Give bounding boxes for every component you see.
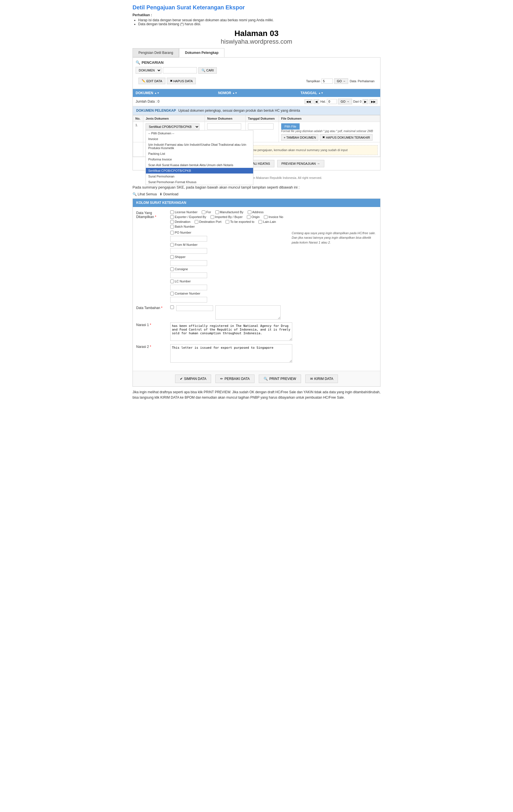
data-ditampilkan-label: Data Yang Ditampilkan *	[136, 210, 170, 219]
hal-input[interactable]	[327, 99, 337, 104]
print-preview-button[interactable]: 🔍 PRINT PREVIEW	[259, 375, 301, 383]
sort-arrows-dokumen: ▲▼	[154, 92, 159, 94]
main-box: 🔍 PENCARIAN DOKUMEN 🔍 CARI ✏️ EDIT DATA …	[133, 57, 380, 170]
cb-address[interactable]: Address	[248, 210, 264, 214]
tanggal-dokumen-input[interactable]	[248, 123, 273, 129]
pencil2-icon: ✏	[220, 377, 223, 381]
kolom-body: Data Yang Ditampilkan * License Number F…	[133, 207, 380, 370]
lc-number-input[interactable]	[170, 285, 207, 290]
narasi2-label: Narasi 2 *	[136, 344, 170, 349]
req-star: *	[155, 215, 156, 219]
cb-lc-number[interactable]: LC Number	[170, 280, 280, 283]
pag-prev[interactable]: ◀	[314, 99, 319, 104]
tab-pengisian-detil-barang[interactable]: Pengisian Detil Barang	[133, 48, 179, 57]
req-star-tambahan: *	[161, 306, 163, 310]
sort-arrows-nomor: ▲▼	[233, 92, 238, 94]
search-input[interactable]	[163, 67, 197, 74]
nomor-dokumen-input[interactable]	[207, 123, 241, 129]
simpan-data-button[interactable]: ✔ SIMPAN DATA	[175, 375, 211, 383]
cb-imported-by[interactable]: Imported By / Buyer	[211, 215, 243, 219]
narasi1-label: Narasi 1 *	[136, 322, 170, 327]
th-tanggal: TANGGAL ▲▼	[298, 89, 380, 97]
lihat-semua-button[interactable]: 🔍 Lihat Semua	[133, 192, 157, 196]
edit-data-button[interactable]: ✏️ EDIT DATA	[138, 78, 165, 84]
narasi1-textarea[interactable]: has been officially registered in The Na…	[170, 322, 292, 341]
note-side: Centang apa saya yang ingin ditampilkan …	[292, 231, 377, 302]
dropdown-item-2[interactable]: Izin Industri Farmasi atau Izin Industri…	[146, 142, 253, 151]
cb-lain-lain[interactable]: Lain-Lain	[259, 220, 276, 224]
cb-license-number[interactable]: License Number	[170, 210, 197, 214]
dropdown-item-4[interactable]: Proforma Invoice	[146, 156, 253, 162]
dropdown-item-5[interactable]: Scan Asli Surat Kuasa dalam bentuk Akta …	[146, 162, 253, 168]
dropdown-item-3[interactable]: Packing List	[146, 151, 253, 156]
jumlah-row: Jumlah Data : 0 ◀◀ ◀ Hal. GO → Dari 0 ▶ …	[133, 97, 380, 106]
dropdown-item-0[interactable]: -- Pilih Dokumen --	[146, 130, 253, 136]
bottom-action-buttons: ✔ SIMPAN DATA ✏ PERBAIKI DATA 🔍 PRINT PR…	[133, 371, 380, 386]
dp-col-no: No.	[133, 115, 143, 122]
jenis-dokumen-select[interactable]: -- Pilih Dokumen -- Invoice Izin Industr…	[145, 123, 199, 130]
pag-next[interactable]: ▶	[362, 99, 368, 104]
tampilkan-input[interactable]	[322, 79, 333, 84]
req-star-narasi1: *	[150, 323, 151, 327]
summary-text: Pada summary pengajuan SKE, pada bagian …	[133, 185, 380, 190]
kolom-header: KOLOM SURAT KETERANGAN	[133, 199, 380, 207]
notice-item-2: Data dengan tanda bintang (*) harus diis…	[138, 22, 380, 26]
cb-origin[interactable]: Origin	[247, 215, 260, 219]
container-number-input[interactable]	[170, 297, 207, 302]
pag-go[interactable]: GO →	[338, 99, 352, 104]
cb-po-number[interactable]: PO Number	[170, 231, 280, 234]
dropdown-item-6[interactable]: Sertifikat CPOB/CPOTB/CPKB	[146, 168, 253, 174]
hapus-dokumen-button[interactable]: ✖ HAPUS DOKUMEN TERAKHIR	[320, 134, 373, 141]
search-label: 🔍 PENCARIAN	[136, 60, 377, 65]
cb-to-be-exported[interactable]: To be exported to	[225, 220, 254, 224]
cb-destination-port[interactable]: Destination Port	[195, 220, 221, 224]
data-tambahan-label: Data Tambahan *	[136, 306, 170, 310]
narasi2-textarea[interactable]: This letter is issued for export purpose…	[170, 344, 292, 362]
dropdown-item-1[interactable]: Invoice	[146, 136, 253, 142]
dp-col-file: File Dokumen	[279, 115, 380, 122]
from-m-input[interactable]	[170, 248, 207, 254]
cb-exporter[interactable]: Exporter / Exported By	[170, 215, 206, 219]
dropdown-item-8[interactable]: Surat Permohonan Format Khusus	[146, 179, 253, 185]
arrow-right-icon: →	[317, 162, 320, 165]
download-button[interactable]: ⬇ Download	[159, 192, 178, 196]
cb-invoice-no[interactable]: Invoice No	[264, 215, 283, 219]
email-icon: ✉	[310, 377, 313, 381]
go-button[interactable]: GO →	[334, 78, 348, 84]
kirim-data-button[interactable]: ✉ KIRIM DATA	[305, 375, 338, 383]
tab-dokumen-pelengkap[interactable]: Dokumen Pelengkap	[179, 48, 224, 57]
cb-container-number[interactable]: Container Number	[170, 292, 280, 295]
search-section: 🔍 PENCARIAN DOKUMEN 🔍 CARI ✏️ EDIT DATA …	[133, 58, 380, 89]
hapus-data-button[interactable]: ✖ HAPUS DATA	[167, 78, 196, 84]
consigne-input[interactable]	[170, 272, 207, 278]
dari-label: Dari 0	[353, 100, 361, 103]
dropdown-item-7[interactable]: Surat Permohonan	[146, 174, 253, 179]
pag-last[interactable]: ▶▶	[370, 99, 377, 104]
row-jenis: -- Pilih Dokumen -- Invoice Izin Industr…	[143, 122, 205, 142]
data-tambahan-textarea[interactable]	[215, 306, 280, 320]
po-number-input[interactable]	[170, 236, 207, 241]
cb-from-m-number[interactable]: From M Number	[170, 243, 280, 246]
data-tambahan-checkbox[interactable]	[170, 306, 174, 309]
cb-consigne[interactable]: Consigne	[170, 267, 280, 271]
perbaiki-data-button[interactable]: ✏ PERBAIKI DATA	[215, 375, 254, 383]
shipper-input[interactable]	[170, 260, 207, 266]
data-tambahan-text-input[interactable]	[176, 306, 213, 311]
cb-shipper[interactable]: Shipper	[170, 255, 280, 259]
page-title: Detil Pengajuan Surat Keterangan Ekspor	[133, 4, 380, 11]
cb-manufactured-by[interactable]: Manufactured By	[215, 210, 243, 214]
cari-button[interactable]: 🔍 CARI	[198, 67, 217, 74]
doc-type-select[interactable]: DOKUMEN	[136, 67, 161, 74]
pag-first[interactable]: ◀◀	[304, 99, 313, 104]
cb-batch-number[interactable]: Batch Number	[170, 225, 195, 229]
file-format-note: Format file yang diizinkan adalah *.jpg …	[281, 129, 378, 133]
pilih-file-button[interactable]: Pilih File	[281, 123, 300, 129]
preview-pengajuan-button[interactable]: PREVIEW PENGAJUAN →	[277, 160, 324, 167]
tambah-dokumen-button[interactable]: + TAMBAH DOKUMEN	[281, 134, 319, 141]
perhalaman-label: Perhalaman	[358, 79, 375, 83]
download-icon: ⬇	[159, 192, 162, 196]
row-file: Pilih File Format file yang diizinkan ad…	[279, 122, 380, 142]
cb-for[interactable]: For	[202, 210, 211, 214]
summary-toolbar: 🔍 Lihat Semua ⬇ Download	[133, 192, 380, 196]
cb-destination[interactable]: Destination	[170, 220, 190, 224]
